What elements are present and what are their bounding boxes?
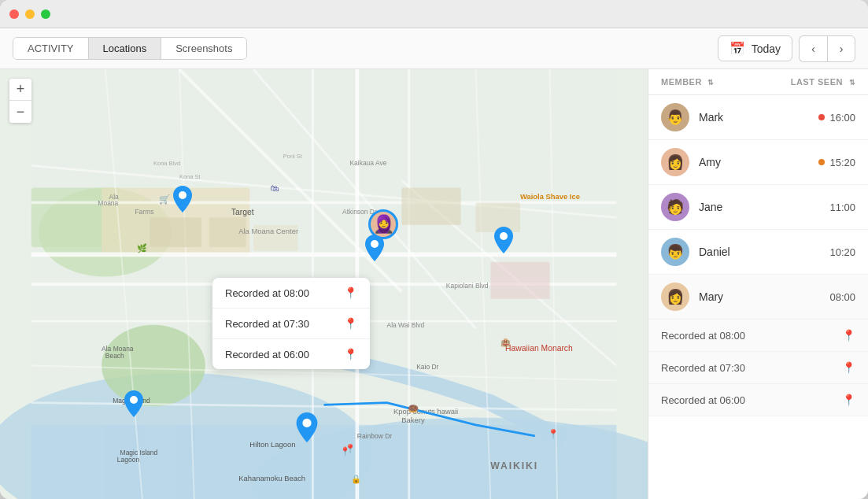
popup-row-1[interactable]: Recorded at 08:00 📍 bbox=[212, 278, 370, 309]
popup-pin-icon-3: 📍 bbox=[344, 348, 357, 360]
location-text-3: Recorded at 06:00 bbox=[661, 394, 745, 406]
tab-screenshots[interactable]: Screenshots bbox=[161, 38, 246, 59]
map-pin-3[interactable] bbox=[494, 227, 513, 257]
popup-pin-icon-2: 📍 bbox=[344, 317, 357, 330]
member-name-mark: Mark bbox=[699, 111, 818, 124]
svg-text:Ala Wai Blvd: Ala Wai Blvd bbox=[387, 321, 425, 329]
tab-group: ACTIVITY Locations Screenshots bbox=[13, 37, 247, 60]
member-name-amy: Amy bbox=[699, 156, 818, 168]
svg-text:Kaio Dr: Kaio Dr bbox=[416, 363, 438, 371]
minimize-button[interactable] bbox=[25, 9, 35, 19]
svg-point-68 bbox=[500, 232, 508, 240]
svg-text:Waiola Shave Ice: Waiola Shave Ice bbox=[520, 192, 580, 201]
zoom-out-button[interactable]: − bbox=[9, 101, 31, 123]
svg-text:Target: Target bbox=[231, 208, 254, 216]
svg-text:🌿: 🌿 bbox=[137, 243, 147, 253]
status-dot-mark bbox=[818, 114, 825, 120]
toolbar: ACTIVITY Locations Screenshots 📅 Today ‹… bbox=[0, 28, 868, 69]
col-member-label: MEMBER ⇅ bbox=[661, 77, 791, 87]
date-picker[interactable]: 📅 Today bbox=[718, 35, 792, 61]
svg-text:Kahanamoku Beach: Kahanamoku Beach bbox=[238, 474, 305, 482]
svg-text:Kpop donuts hawaii: Kpop donuts hawaii bbox=[393, 407, 458, 416]
svg-text:Farms: Farms bbox=[135, 208, 153, 216]
svg-text:WAIKIKI: WAIKIKI bbox=[490, 460, 538, 471]
member-time-amy: 15:20 bbox=[818, 157, 855, 168]
body-row: Ala Moana Farms Target Ala Moana Center … bbox=[0, 69, 868, 499]
map-pin-5[interactable] bbox=[296, 412, 318, 445]
location-pin-3: 📍 bbox=[842, 394, 855, 406]
popup-row-3[interactable]: Recorded at 06:00 📍 bbox=[212, 339, 370, 369]
member-name-mary: Mary bbox=[699, 290, 829, 303]
svg-text:Kona St: Kona St bbox=[179, 173, 201, 180]
location-text-2: Recorded at 07:30 bbox=[661, 362, 745, 374]
avatar-pin[interactable]: 🧕 bbox=[368, 209, 398, 239]
close-button[interactable] bbox=[9, 9, 19, 19]
tab-locations[interactable]: Locations bbox=[89, 38, 162, 59]
svg-text:Hilton Lagoon: Hilton Lagoon bbox=[249, 440, 295, 449]
member-sort-icon[interactable]: ⇅ bbox=[707, 79, 715, 87]
location-row-3[interactable]: Recorded at 06:00 📍 bbox=[648, 384, 868, 416]
member-time-jane: 11:00 bbox=[829, 201, 855, 213]
toolbar-right: 📅 Today ‹ › bbox=[718, 35, 855, 62]
map-popup: Recorded at 08:00 📍 Recorded at 07:30 📍 … bbox=[212, 278, 370, 369]
svg-text:🍩: 🍩 bbox=[408, 403, 419, 414]
panel-header: MEMBER ⇅ LAST SEEN ⇅ bbox=[648, 69, 868, 95]
avatar-amy: 👩 bbox=[661, 148, 689, 176]
svg-text:Kaikaua Ave: Kaikaua Ave bbox=[349, 159, 386, 167]
next-button[interactable]: › bbox=[827, 35, 855, 62]
member-row-daniel[interactable]: 👦 Daniel 10:20 bbox=[648, 230, 868, 275]
map-area[interactable]: Ala Moana Farms Target Ala Moana Center … bbox=[0, 69, 648, 499]
member-row-mary[interactable]: 👩 Mary 08:00 bbox=[648, 275, 868, 320]
svg-text:Kona Blvd: Kona Blvd bbox=[153, 160, 180, 167]
location-pin-1: 📍 bbox=[842, 329, 855, 342]
col-seen-label: LAST SEEN ⇅ bbox=[791, 77, 855, 87]
svg-text:Rainbow Dr: Rainbow Dr bbox=[357, 432, 392, 440]
prev-button[interactable]: ‹ bbox=[799, 35, 827, 62]
svg-text:Beach: Beach bbox=[105, 352, 124, 360]
svg-text:Ala Moana Center: Ala Moana Center bbox=[238, 227, 298, 235]
svg-text:Bakery: Bakery bbox=[401, 416, 425, 424]
member-row-mark[interactable]: 👨 Mark 16:00 bbox=[648, 95, 868, 140]
member-time-mary: 08:00 bbox=[829, 291, 855, 303]
map-controls: + − bbox=[9, 79, 31, 123]
status-dot-amy bbox=[818, 159, 825, 165]
member-name-jane: Jane bbox=[699, 201, 829, 213]
avatar-mary: 👩 bbox=[661, 283, 689, 311]
titlebar bbox=[0, 0, 868, 28]
svg-point-70 bbox=[302, 419, 311, 427]
popup-label-2: Recorded at 07:30 bbox=[225, 318, 309, 330]
avatar-jane: 🧑 bbox=[661, 193, 689, 221]
tab-activity[interactable]: ACTIVITY bbox=[13, 38, 89, 59]
svg-rect-30 bbox=[490, 262, 549, 299]
main-content: ACTIVITY Locations Screenshots 📅 Today ‹… bbox=[0, 28, 868, 499]
location-row-1[interactable]: Recorded at 08:00 📍 bbox=[648, 320, 868, 352]
member-time-daniel: 10:20 bbox=[829, 246, 855, 258]
popup-row-2[interactable]: Recorded at 07:30 📍 bbox=[212, 309, 370, 339]
date-label: Today bbox=[752, 43, 781, 55]
svg-text:🏨: 🏨 bbox=[500, 337, 511, 347]
svg-text:📍: 📍 bbox=[548, 428, 560, 439]
avatar-daniel: 👦 bbox=[661, 238, 689, 266]
maximize-button[interactable] bbox=[41, 9, 50, 19]
member-row-jane[interactable]: 🧑 Jane 11:00 bbox=[648, 185, 868, 230]
member-time-mark: 16:00 bbox=[818, 112, 855, 124]
right-panel: MEMBER ⇅ LAST SEEN ⇅ 👨 Mark 16:00 bbox=[648, 69, 868, 499]
zoom-in-button[interactable]: + bbox=[9, 79, 31, 101]
popup-label-3: Recorded at 06:00 bbox=[225, 349, 309, 360]
avatar-mark: 👨 bbox=[661, 103, 689, 131]
svg-text:Kapiolani Blvd: Kapiolani Blvd bbox=[446, 282, 489, 290]
svg-point-66 bbox=[179, 191, 187, 199]
member-row-amy[interactable]: 👩 Amy 15:20 bbox=[648, 140, 868, 185]
seen-sort-icon[interactable]: ⇅ bbox=[849, 79, 856, 87]
svg-rect-28 bbox=[401, 188, 460, 225]
map-pin-4[interactable] bbox=[124, 390, 143, 420]
popup-label-1: Recorded at 08:00 bbox=[225, 287, 309, 299]
location-row-2[interactable]: Recorded at 07:30 📍 bbox=[648, 352, 868, 384]
svg-text:📍: 📍 bbox=[340, 446, 350, 456]
member-name-daniel: Daniel bbox=[699, 246, 829, 258]
map-pin-1[interactable] bbox=[173, 186, 192, 216]
svg-point-67 bbox=[371, 240, 379, 248]
svg-rect-25 bbox=[150, 217, 201, 247]
svg-text:Poni St: Poni St bbox=[283, 153, 303, 160]
svg-text:🛍: 🛍 bbox=[270, 183, 279, 193]
